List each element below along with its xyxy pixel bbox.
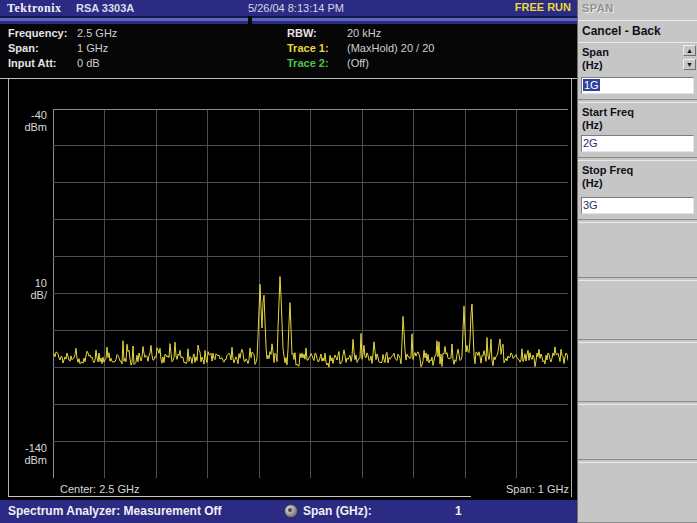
- knob-assignment-value: 1: [455, 504, 462, 518]
- menu-slot-empty-3: [578, 342, 697, 402]
- display-border-right: [571, 79, 572, 497]
- status-bar: Spectrum Analyzer: Measurement Off Span …: [0, 500, 577, 523]
- divider-segment-right: [252, 16, 577, 24]
- trigger-status: FREE RUN: [515, 1, 571, 13]
- divider-segment-left: [0, 16, 248, 24]
- ref-level-label: -40dBm: [5, 109, 47, 133]
- arrow-up-icon: ▲: [686, 47, 693, 54]
- menu-item-span-label: Span: [582, 46, 695, 59]
- span-spinner: ▲ ▼: [683, 45, 696, 73]
- knob-icon: [284, 504, 298, 518]
- softkey-menu: SPAN Cancel - Back Span (Hz) ▲ ▼ 1G Star…: [577, 0, 697, 523]
- start-freq-input[interactable]: 2G: [581, 135, 694, 152]
- model-number: RSA 3303A: [76, 2, 134, 14]
- menu-slot-empty-2: [578, 280, 697, 340]
- input-att-value: 0 dB: [77, 57, 100, 69]
- trace2-value: (Off): [347, 57, 369, 69]
- menu-slot-empty-4: [578, 404, 697, 460]
- menu-slot-empty-5: [578, 462, 697, 523]
- rbw-value: 20 kHz: [347, 27, 381, 39]
- datetime: 5/26/04 8:13:14 PM: [248, 2, 344, 14]
- menu-title: SPAN: [582, 2, 614, 14]
- span-input[interactable]: 1G: [581, 77, 694, 94]
- spectrum-plot: [53, 109, 568, 478]
- frequency-label: Frequency:: [8, 27, 67, 39]
- rbw-label: RBW:: [287, 27, 317, 39]
- menu-slot-empty-1: [578, 222, 697, 278]
- mode-status: Spectrum Analyzer: Measurement Off: [8, 504, 222, 518]
- settings-readout: Frequency: 2.5 GHz Span: 1 GHz Input Att…: [0, 24, 577, 77]
- stop-freq-input-value: 3G: [583, 199, 598, 211]
- spinner-down-button[interactable]: ▼: [683, 59, 696, 70]
- knob-assignment-label: Span (GHz):: [303, 504, 372, 518]
- menu-item-stop-freq-label: Stop Freq: [582, 164, 695, 177]
- trace2-label: Trace 2:: [287, 57, 329, 69]
- graticule-grid: [53, 109, 568, 478]
- bottom-level-label: -140dBm: [5, 442, 47, 466]
- span-readout-label: Span: 1 GHz: [506, 483, 569, 495]
- center-freq-label: Center: 2.5 GHz: [60, 483, 139, 495]
- instrument-screen: Tektronix RSA 3303A 5/26/04 8:13:14 PM F…: [0, 0, 697, 523]
- trace1-label: Trace 1:: [287, 42, 329, 54]
- spectrum-display: -40dBm 10dB/ -140dBm Center: 2.5 GHz Spa…: [0, 78, 577, 497]
- menu-item-stop-freq[interactable]: Stop Freq (Hz) 3G: [578, 160, 697, 220]
- menu-item-start-freq-unit: (Hz): [582, 119, 695, 132]
- arrow-down-icon: ▼: [686, 61, 693, 68]
- spinner-up-button[interactable]: ▲: [683, 45, 696, 56]
- display-border-bottom: [8, 496, 471, 497]
- menu-item-start-freq[interactable]: Start Freq (Hz) 2G: [578, 102, 697, 158]
- menu-item-start-freq-label: Start Freq: [582, 106, 695, 119]
- scale-label: 10dB/: [5, 277, 47, 301]
- brand-logo: Tektronix: [7, 1, 62, 16]
- span-value: 1 GHz: [77, 42, 108, 54]
- frequency-value: 2.5 GHz: [77, 27, 117, 39]
- menu-item-span-unit: (Hz): [582, 59, 695, 72]
- cancel-back-button[interactable]: Cancel - Back: [578, 20, 697, 40]
- titlebar-divider: [0, 16, 577, 24]
- trace1-value: (MaxHold) 20 / 20: [347, 42, 434, 54]
- menu-item-span[interactable]: Span (Hz) ▲ ▼ 1G: [578, 42, 697, 100]
- stop-freq-input[interactable]: 3G: [581, 197, 694, 214]
- input-att-label: Input Att:: [8, 57, 56, 69]
- span-label: Span:: [8, 42, 39, 54]
- menu-item-stop-freq-unit: (Hz): [582, 177, 695, 190]
- start-freq-input-value: 2G: [583, 137, 598, 149]
- title-bar: Tektronix RSA 3303A 5/26/04 8:13:14 PM F…: [0, 0, 577, 16]
- span-input-value: 1G: [583, 79, 600, 91]
